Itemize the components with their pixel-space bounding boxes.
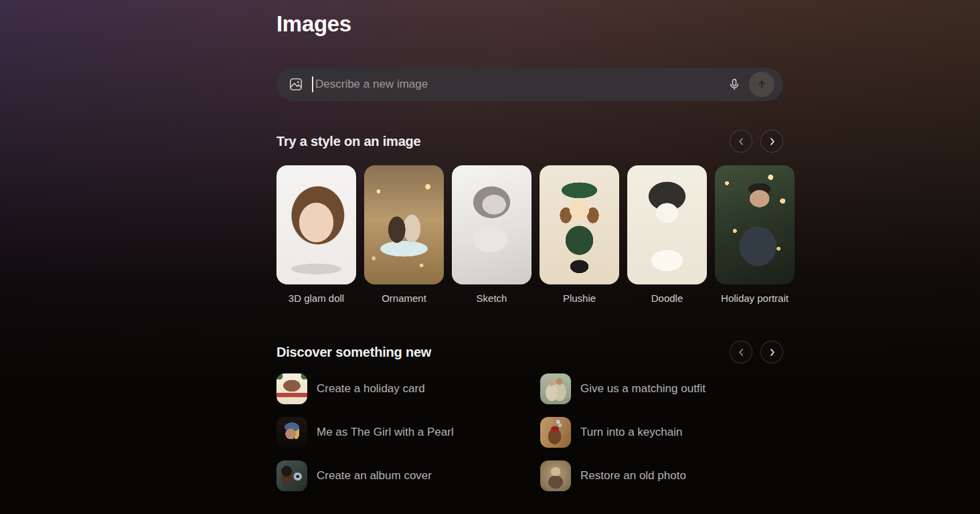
microphone-icon[interactable] [728,78,741,91]
styles-carousel-nav [730,130,783,153]
style-card-image[interactable] [364,165,444,284]
style-card[interactable]: Ornament [364,165,444,305]
style-card[interactable]: 3D glam doll [276,165,356,305]
style-card-image[interactable] [540,165,619,284]
main-content: Images Describe a new image [276,0,783,491]
styles-next-button[interactable] [760,130,783,153]
discover-item-label: Create a holiday card [317,382,425,396]
style-card-label: Doodle [627,292,707,305]
discover-item-thumbnail [540,417,571,448]
discover-carousel-nav [730,341,783,363]
discover-item-thumbnail [276,373,307,404]
style-card[interactable]: Doodle [627,165,707,305]
prompt-input[interactable]: Describe a new image [315,78,728,91]
style-card-image[interactable] [715,165,795,284]
discover-item-thumbnail [276,417,307,448]
discover-next-button[interactable] [760,341,783,363]
discover-prev-button[interactable] [730,341,752,363]
arrow-up-icon [756,78,768,90]
discover-item[interactable]: Give us a matching outfit [540,373,795,404]
style-carousel: 3D glam doll Ornament Sketch Plushie Doo… [276,165,795,305]
style-card-image[interactable] [452,165,532,284]
discover-item[interactable]: Create a holiday card [276,373,531,404]
style-card[interactable]: Holiday portrait [715,165,795,305]
discover-section-title: Discover something new [276,345,431,360]
style-card-label: Ornament [364,292,444,305]
style-card-image[interactable] [276,165,356,284]
chevron-left-icon [737,137,746,146]
styles-prev-button[interactable] [730,130,752,153]
style-card-label: 3D glam doll [276,292,356,305]
discover-item-thumbnail [276,460,307,491]
chevron-left-icon [737,348,746,357]
submit-button[interactable] [749,72,774,97]
image-icon[interactable] [289,77,303,92]
discover-grid: Create a holiday card Give us a matching… [276,373,795,491]
style-card-image[interactable] [627,165,707,284]
prompt-composer[interactable]: Describe a new image [276,68,783,101]
chevron-right-icon [768,137,777,146]
page-title: Images [276,10,783,38]
style-card-label: Holiday portrait [715,292,795,305]
discover-item-label: Me as The Girl with a Pearl [317,426,454,439]
chevron-right-icon [768,348,777,357]
discover-item[interactable]: Turn into a keychain [540,417,795,448]
style-card[interactable]: Sketch [452,165,532,305]
discover-item-label: Give us a matching outfit [580,382,706,396]
style-card[interactable]: Plushie [540,165,619,305]
style-card-label: Sketch [452,292,532,305]
style-card-label: Plushie [540,292,619,305]
discover-item-label: Turn into a keychain [580,426,682,439]
styles-section-title: Try a style on an image [276,134,421,149]
text-caret [312,76,313,92]
discover-item-thumbnail [540,460,571,491]
discover-section-header: Discover something new [276,340,783,364]
discover-item-thumbnail [540,373,571,404]
discover-item[interactable]: Restore an old photo [540,460,795,491]
discover-item-label: Create an album cover [317,469,432,483]
styles-section-header: Try a style on an image [276,129,783,153]
discover-item[interactable]: Me as The Girl with a Pearl [276,417,531,448]
discover-item-label: Restore an old photo [580,469,686,483]
discover-item[interactable]: Create an album cover [276,460,531,491]
